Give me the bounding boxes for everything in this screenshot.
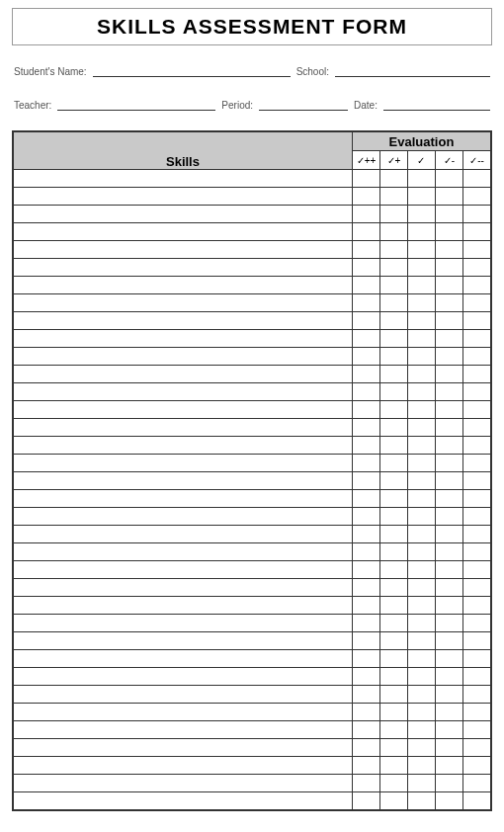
eval-cell[interactable] xyxy=(407,277,435,294)
eval-cell[interactable] xyxy=(435,615,462,632)
eval-cell[interactable] xyxy=(462,668,490,686)
skill-cell[interactable] xyxy=(14,561,353,579)
eval-cell[interactable] xyxy=(407,526,435,543)
eval-cell[interactable] xyxy=(407,401,435,419)
eval-cell[interactable] xyxy=(407,757,435,775)
eval-cell[interactable] xyxy=(407,668,435,686)
eval-cell[interactable] xyxy=(407,223,435,241)
eval-cell[interactable] xyxy=(379,775,407,792)
eval-cell[interactable] xyxy=(462,632,490,650)
eval-cell[interactable] xyxy=(407,259,435,277)
skill-cell[interactable] xyxy=(14,206,353,223)
skill-cell[interactable] xyxy=(14,792,353,810)
eval-cell[interactable] xyxy=(462,615,490,632)
eval-cell[interactable] xyxy=(352,632,379,650)
skill-cell[interactable] xyxy=(14,170,353,188)
eval-cell[interactable] xyxy=(407,294,435,312)
eval-cell[interactable] xyxy=(352,615,379,632)
eval-cell[interactable] xyxy=(462,223,490,241)
eval-cell[interactable] xyxy=(462,188,490,206)
eval-cell[interactable] xyxy=(407,579,435,597)
eval-cell[interactable] xyxy=(379,508,407,526)
eval-cell[interactable] xyxy=(352,526,379,543)
eval-cell[interactable] xyxy=(462,739,490,757)
eval-cell[interactable] xyxy=(435,330,462,348)
eval-cell[interactable] xyxy=(352,561,379,579)
skill-cell[interactable] xyxy=(14,490,353,508)
eval-cell[interactable] xyxy=(352,437,379,455)
eval-cell[interactable] xyxy=(379,757,407,775)
eval-cell[interactable] xyxy=(379,170,407,188)
school-input[interactable] xyxy=(335,63,490,77)
eval-cell[interactable] xyxy=(462,383,490,401)
skill-cell[interactable] xyxy=(14,383,353,401)
eval-cell[interactable] xyxy=(379,294,407,312)
skill-cell[interactable] xyxy=(14,437,353,455)
eval-cell[interactable] xyxy=(379,721,407,739)
eval-cell[interactable] xyxy=(435,526,462,543)
period-input[interactable] xyxy=(259,97,348,111)
skill-cell[interactable] xyxy=(14,775,353,792)
eval-cell[interactable] xyxy=(352,188,379,206)
skill-cell[interactable] xyxy=(14,739,353,757)
eval-cell[interactable] xyxy=(379,579,407,597)
eval-cell[interactable] xyxy=(352,472,379,490)
eval-cell[interactable] xyxy=(435,543,462,561)
eval-cell[interactable] xyxy=(352,704,379,721)
eval-cell[interactable] xyxy=(462,597,490,615)
eval-cell[interactable] xyxy=(462,437,490,455)
eval-cell[interactable] xyxy=(352,330,379,348)
skill-cell[interactable] xyxy=(14,294,353,312)
teacher-input[interactable] xyxy=(57,97,215,111)
eval-cell[interactable] xyxy=(407,206,435,223)
eval-cell[interactable] xyxy=(435,721,462,739)
eval-cell[interactable] xyxy=(407,330,435,348)
eval-cell[interactable] xyxy=(435,277,462,294)
skill-cell[interactable] xyxy=(14,188,353,206)
eval-cell[interactable] xyxy=(379,543,407,561)
eval-cell[interactable] xyxy=(462,294,490,312)
eval-cell[interactable] xyxy=(462,419,490,437)
skill-cell[interactable] xyxy=(14,419,353,437)
skill-cell[interactable] xyxy=(14,330,353,348)
eval-cell[interactable] xyxy=(462,170,490,188)
eval-cell[interactable] xyxy=(379,312,407,330)
eval-cell[interactable] xyxy=(352,721,379,739)
eval-cell[interactable] xyxy=(462,775,490,792)
eval-cell[interactable] xyxy=(462,526,490,543)
eval-cell[interactable] xyxy=(379,686,407,704)
eval-cell[interactable] xyxy=(379,223,407,241)
eval-cell[interactable] xyxy=(435,383,462,401)
skill-cell[interactable] xyxy=(14,259,353,277)
eval-cell[interactable] xyxy=(352,775,379,792)
eval-cell[interactable] xyxy=(352,277,379,294)
eval-cell[interactable] xyxy=(407,312,435,330)
eval-cell[interactable] xyxy=(407,419,435,437)
eval-cell[interactable] xyxy=(379,277,407,294)
eval-cell[interactable] xyxy=(435,419,462,437)
eval-cell[interactable] xyxy=(435,632,462,650)
eval-cell[interactable] xyxy=(435,686,462,704)
eval-cell[interactable] xyxy=(462,401,490,419)
skill-cell[interactable] xyxy=(14,704,353,721)
eval-cell[interactable] xyxy=(379,419,407,437)
skill-cell[interactable] xyxy=(14,312,353,330)
date-input[interactable] xyxy=(383,97,490,111)
eval-cell[interactable] xyxy=(352,419,379,437)
skill-cell[interactable] xyxy=(14,241,353,259)
eval-cell[interactable] xyxy=(462,455,490,472)
eval-cell[interactable] xyxy=(379,401,407,419)
eval-cell[interactable] xyxy=(462,348,490,366)
eval-cell[interactable] xyxy=(462,206,490,223)
eval-cell[interactable] xyxy=(435,348,462,366)
eval-cell[interactable] xyxy=(379,348,407,366)
eval-cell[interactable] xyxy=(352,739,379,757)
eval-cell[interactable] xyxy=(407,615,435,632)
eval-cell[interactable] xyxy=(379,455,407,472)
skill-cell[interactable] xyxy=(14,650,353,668)
eval-cell[interactable] xyxy=(435,188,462,206)
eval-cell[interactable] xyxy=(435,366,462,383)
eval-cell[interactable] xyxy=(435,241,462,259)
eval-cell[interactable] xyxy=(379,526,407,543)
eval-cell[interactable] xyxy=(379,490,407,508)
